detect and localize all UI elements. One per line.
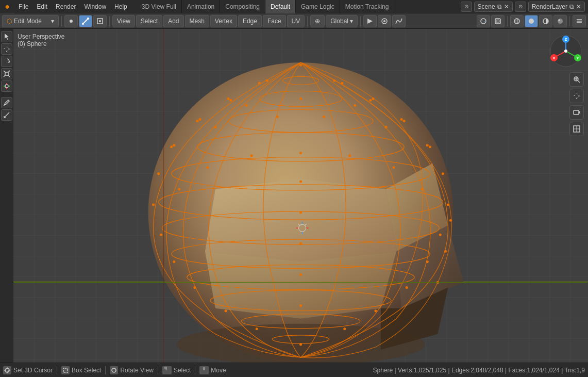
tab-default[interactable]: Default — [265, 0, 296, 13]
svg-point-74 — [343, 327, 346, 330]
top-right-controls: ⊙ Scene ⧉ ✕ ⊙ RenderLayer ⧉ ✕ — [461, 2, 588, 12]
svg-point-68 — [426, 260, 429, 263]
vert-mode-btn[interactable] — [64, 15, 78, 27]
menu-file[interactable]: File — [14, 0, 32, 13]
mode-selector[interactable]: ⬡ Edit Mode ▾ — [2, 15, 59, 27]
scene-icon-btn[interactable]: ⊙ — [461, 2, 472, 12]
svg-point-93 — [348, 154, 351, 157]
view-menu[interactable]: View — [112, 15, 135, 27]
edge-mode-btn[interactable] — [79, 15, 92, 27]
menu-help[interactable]: Help — [110, 0, 131, 13]
render-copy-icon: ⧉ — [569, 3, 574, 10]
svg-point-54 — [341, 82, 343, 85]
cursor-icon — [3, 366, 11, 374]
snap-btn[interactable] — [363, 15, 377, 27]
svg-point-67 — [160, 234, 162, 236]
zoom-gizmo-btn[interactable] — [569, 72, 584, 87]
tool-scale[interactable] — [1, 68, 12, 79]
main-area: User Perspective (0) Sphere Z Y — [0, 29, 588, 363]
global-arrow-icon: ▾ — [350, 18, 353, 25]
rotate-icon — [110, 366, 118, 374]
nav-gizmo[interactable]: Z Y X — [548, 33, 584, 69]
select-status: Box Select — [61, 366, 101, 374]
svg-marker-35 — [205, 179, 396, 261]
overlay-icon-btn[interactable] — [477, 15, 490, 27]
tab-game-logic[interactable]: Game Logic — [296, 0, 340, 13]
svg-rect-143 — [203, 367, 205, 370]
toolbar-sep-1 — [61, 16, 62, 26]
transform-toggle[interactable]: ⊕ — [310, 15, 325, 27]
select-action-label: Select — [174, 367, 191, 374]
svg-line-24 — [8, 75, 10, 77]
toolbar-sep-2 — [109, 16, 110, 26]
render-layer-box[interactable]: RenderLayer ⧉ ✕ — [528, 2, 585, 12]
add-menu[interactable]: Add — [163, 15, 183, 27]
svg-point-12 — [516, 19, 518, 24]
edge-menu[interactable]: Edge — [238, 15, 262, 27]
blender-logo[interactable]: ● — [0, 0, 14, 13]
face-menu[interactable]: Face — [263, 15, 286, 27]
svg-point-66 — [439, 234, 442, 236]
global-select[interactable]: Global ▾ — [326, 15, 358, 27]
extra-btn[interactable] — [573, 15, 586, 27]
svg-point-69 — [173, 260, 175, 263]
menu-window[interactable]: Window — [80, 0, 110, 13]
svg-rect-130 — [574, 110, 579, 114]
tab-3d-view-full[interactable]: 3D View Full — [137, 0, 182, 13]
toolbar-sep-5 — [507, 16, 508, 26]
tool-move[interactable] — [1, 43, 12, 55]
lookdev-btn[interactable] — [539, 15, 552, 27]
svg-point-91 — [421, 188, 424, 190]
tool-measure[interactable] — [1, 109, 12, 121]
menu-render[interactable]: Render — [52, 0, 80, 13]
select-label: Box Select — [72, 367, 101, 374]
svg-point-97 — [178, 188, 180, 190]
tool-cursor[interactable] — [1, 31, 12, 42]
svg-point-76 — [299, 343, 302, 346]
vertex-menu[interactable]: Vertex — [210, 15, 237, 27]
proportional-btn[interactable] — [378, 15, 391, 27]
toolbar-sep-3 — [307, 16, 308, 26]
cursor-status: Set 3D Cursor — [3, 366, 53, 374]
tab-motion-tracking[interactable]: Motion Tracking — [340, 0, 395, 13]
rendered-btn[interactable] — [553, 15, 567, 27]
svg-point-11 — [514, 19, 519, 24]
wireframe-btn[interactable] — [510, 15, 524, 27]
svg-text:Y: Y — [576, 56, 579, 60]
svg-point-7 — [383, 20, 385, 22]
svg-point-61 — [170, 145, 173, 148]
select-icon — [61, 366, 70, 374]
tool-annotate[interactable] — [1, 97, 12, 108]
mesh-menu[interactable]: Mesh — [185, 15, 209, 27]
ortho-gizmo-btn[interactable] — [569, 122, 584, 136]
camera-gizmo-btn[interactable] — [569, 105, 584, 120]
top-menu-bar: ● File Edit Render Window Help 3D View F… — [0, 0, 588, 13]
3d-viewport[interactable]: User Perspective (0) Sphere Z Y — [13, 29, 588, 363]
menu-edit[interactable]: Edit — [32, 0, 52, 13]
tab-animation[interactable]: Animation — [182, 0, 220, 13]
workspace-tabs: 3D View Full Animation Compositing Defau… — [137, 0, 395, 13]
solid-btn[interactable] — [525, 15, 538, 27]
svg-point-104 — [299, 273, 302, 276]
render-layer-icon-btn[interactable]: ⊙ — [515, 2, 526, 12]
svg-point-79 — [266, 79, 268, 82]
pan-gizmo-btn[interactable] — [569, 89, 584, 103]
svg-point-78 — [333, 79, 335, 82]
uv-menu[interactable]: UV — [287, 15, 305, 27]
global-label: Global — [330, 18, 348, 25]
svg-rect-20 — [5, 72, 8, 75]
toolbar: ⬡ Edit Mode ▾ View Select Add Mesh Verte… — [0, 13, 588, 29]
xray-btn[interactable] — [491, 15, 505, 27]
tool-transform[interactable] — [1, 80, 12, 92]
svg-point-57 — [227, 97, 230, 100]
svg-point-140 — [112, 368, 116, 372]
scene-name-box[interactable]: Scene ⧉ ✕ — [474, 2, 513, 12]
select-menu[interactable]: Select — [136, 15, 162, 27]
scene-close-icon: ✕ — [504, 3, 509, 10]
face-mode-btn[interactable] — [93, 15, 107, 27]
falloff-btn[interactable] — [392, 15, 406, 27]
sphere-render — [13, 29, 588, 363]
tab-compositing[interactable]: Compositing — [220, 0, 265, 13]
svg-point-0 — [70, 20, 73, 23]
tool-rotate[interactable] — [1, 56, 12, 67]
